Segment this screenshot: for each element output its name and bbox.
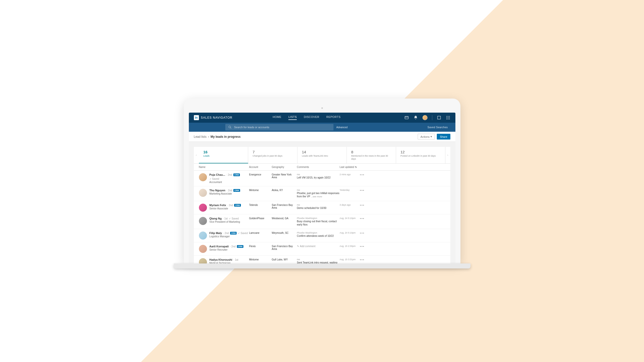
- divider: [432, 115, 432, 120]
- user-avatar[interactable]: [422, 115, 427, 120]
- lead-title: Senior Associate: [209, 207, 241, 210]
- account-cell: Mintome: [249, 189, 272, 192]
- share-button[interactable]: Share: [437, 134, 450, 140]
- geography-cell: Gull Lake, WY: [272, 258, 297, 261]
- messages-icon[interactable]: [404, 115, 409, 120]
- lead-avatar[interactable]: [199, 217, 207, 225]
- filter-tab-2[interactable]: 14Leads with TeamLink intro: [297, 147, 347, 163]
- tab-label: Leads with TeamLink intro: [302, 155, 342, 158]
- lead-avatar[interactable]: [199, 204, 207, 212]
- comment-text: Phoebe, just got two InMail responses fr…: [297, 192, 340, 198]
- breadcrumb: Lead lists › My leads in progress: [194, 135, 241, 139]
- filter-tab-3[interactable]: 8Mentioned in the news in the past 30 da…: [347, 147, 396, 163]
- work-icon[interactable]: [437, 115, 441, 120]
- lead-row[interactable]: Hadya Khoroushi · 1st Medical Technician…: [194, 256, 450, 263]
- actions-dropdown[interactable]: Actions ▾: [418, 134, 435, 140]
- lead-name[interactable]: Myriam Felix: [209, 204, 226, 207]
- notifications-icon[interactable]: [413, 115, 418, 120]
- comment-text: Left VM 10/15, try again 10/22: [297, 176, 340, 179]
- topbar-right: [404, 115, 450, 120]
- geography-cell: San Francisco Bay Area: [272, 204, 297, 209]
- search-field-wrapper[interactable]: [225, 124, 333, 130]
- product-name: SALES NAVIGATOR: [201, 116, 233, 119]
- lead-avatar[interactable]: [199, 245, 207, 253]
- nav-home[interactable]: HOME: [273, 115, 281, 120]
- comment-cell: meDemo scheduled for 10/30: [297, 204, 340, 210]
- lead-name[interactable]: Hadya Khoroushi: [209, 258, 232, 261]
- lead-avatar[interactable]: [199, 232, 207, 240]
- tab-label: Posted on LinkedIn in past 30 days: [401, 155, 441, 158]
- account-cell: GoldenPhase: [249, 217, 272, 220]
- updated-cell: Aug. 24 5:10pm: [340, 232, 359, 234]
- filter-tab-0[interactable]: 16Leads: [199, 147, 248, 163]
- breadcrumb-current: My leads in progress: [210, 135, 240, 139]
- add-comment-button[interactable]: ✎ Add comment: [297, 245, 340, 248]
- updated-cell: Aug. 15 2:30pm: [340, 245, 359, 247]
- lead-row[interactable]: Qiang Ng · 1st✓ Saved Vice President of …: [194, 214, 450, 229]
- nav-discover[interactable]: DISCOVER: [304, 115, 319, 120]
- row-more-menu[interactable]: •••: [359, 217, 366, 220]
- advanced-search-link[interactable]: Advanced: [336, 126, 348, 129]
- see-more-link[interactable]: ...see more: [311, 195, 322, 198]
- svg-point-4: [449, 116, 450, 117]
- svg-point-5: [446, 117, 447, 118]
- col-last-updated[interactable]: Last updated ⇅: [340, 166, 359, 168]
- comment-cell: Phoebe WashingtonConfirm attendees week …: [297, 232, 340, 238]
- comment-author: me: [297, 189, 340, 191]
- lead-title: Logistics Manager: [209, 235, 248, 238]
- lead-name[interactable]: Puja Chau...: [209, 173, 225, 176]
- row-more-menu[interactable]: •••: [359, 189, 366, 192]
- updated-cell: Aug. 24 5:10pm: [340, 217, 359, 219]
- comment-text: Confirm attendees week of 10/22: [297, 234, 340, 238]
- nav-lists[interactable]: LISTS: [288, 115, 297, 120]
- search-input[interactable]: [234, 126, 330, 129]
- lead-name[interactable]: Qiang Ng: [209, 217, 222, 220]
- lead-name[interactable]: Aarti Korrapati: [209, 245, 229, 248]
- lead-row[interactable]: Puja Chau... · 2ndCRM✓ Saved Accountant …: [194, 171, 450, 186]
- crm-badge: CRM: [233, 189, 240, 192]
- saved-searches-link[interactable]: Saved Searches: [427, 126, 448, 129]
- svg-point-11: [229, 126, 231, 128]
- row-more-menu[interactable]: •••: [359, 258, 366, 262]
- svg-point-3: [448, 116, 448, 117]
- row-more-menu[interactable]: •••: [359, 232, 366, 235]
- table-header: Name Account Geography Comments Last upd…: [194, 164, 450, 171]
- lead-row[interactable]: Myriam Felix · 2ndCRM Senior Associate T…: [194, 201, 450, 214]
- row-more-menu[interactable]: •••: [359, 173, 366, 177]
- row-more-menu[interactable]: •••: [359, 204, 366, 207]
- tabs-prev-arrow[interactable]: ‹: [194, 147, 199, 163]
- lead-name[interactable]: Thu Nguyen: [209, 189, 226, 192]
- lead-row[interactable]: Thu Nguyen · 2ndCRM Marketing Associate …: [194, 186, 450, 201]
- lead-avatar[interactable]: [199, 173, 207, 181]
- lead-title: Marketing Associate: [209, 192, 240, 195]
- crm-badge: CRM: [230, 232, 237, 235]
- apps-grid-icon[interactable]: [446, 115, 450, 120]
- lead-row[interactable]: Aarti Korrapati · 2ndCRM Senior Recruite…: [194, 242, 450, 256]
- account-cell: Mintome: [249, 258, 272, 261]
- comment-author: Phoebe Washington: [297, 217, 340, 219]
- filter-tab-4[interactable]: 12Posted on LinkedIn in past 30 days: [396, 147, 445, 163]
- nav-reports[interactable]: REPORTS: [326, 115, 340, 120]
- updated-cell: 3 days ago: [340, 204, 359, 206]
- geography-cell: Greater New York Area: [272, 173, 297, 179]
- lead-avatar[interactable]: [199, 258, 207, 263]
- filter-tabs: ‹ 16Leads7Changed jobs in past 90 days14…: [194, 147, 450, 164]
- lead-avatar[interactable]: [199, 189, 207, 197]
- filter-tab-1[interactable]: 7Changed jobs in past 90 days: [248, 147, 297, 163]
- pencil-icon: ✎: [297, 245, 299, 248]
- comment-author: me: [297, 204, 340, 206]
- tab-label: Changed jobs in past 90 days: [253, 155, 293, 158]
- tabs-next-arrow[interactable]: ›: [445, 147, 450, 163]
- connection-degree: · 1st: [234, 258, 238, 261]
- top-nav-bar: in SALES NAVIGATOR HOMELISTSDISCOVERREPO…: [189, 113, 455, 123]
- breadcrumb-parent[interactable]: Lead lists: [194, 135, 207, 139]
- lead-name[interactable]: Filip Maly: [209, 232, 222, 235]
- row-more-menu[interactable]: •••: [359, 245, 366, 248]
- crm-badge: CRM: [234, 204, 241, 207]
- updated-cell: 2 mins ago: [340, 173, 359, 176]
- account-cell: Lamcane: [249, 232, 272, 234]
- col-name: Name: [199, 166, 249, 168]
- lead-row[interactable]: Filip Maly · 2ndCRM✓ Saved Logistics Man…: [194, 229, 450, 242]
- svg-point-9: [448, 119, 448, 119]
- linkedin-logo-icon: in: [194, 115, 199, 120]
